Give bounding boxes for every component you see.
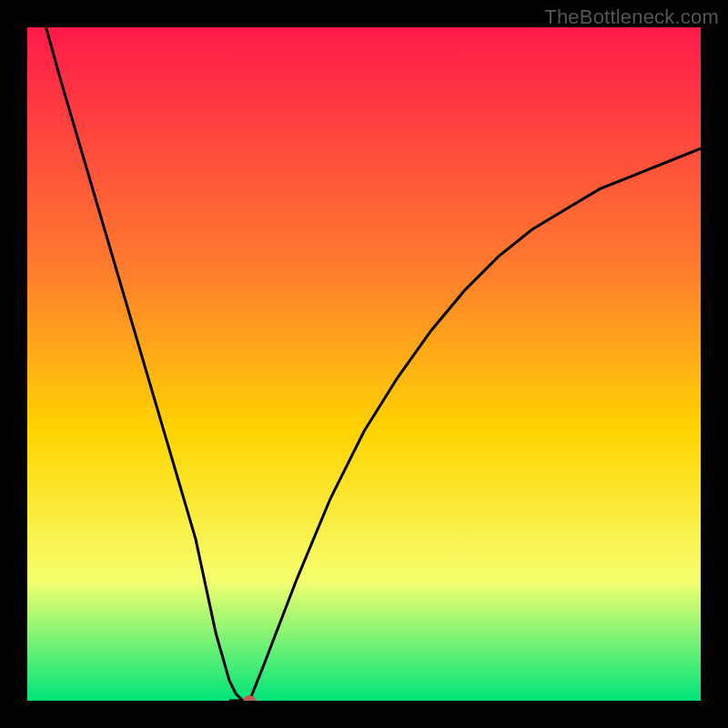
gradient-background <box>27 27 701 701</box>
bottleneck-chart <box>27 27 701 701</box>
chart-frame <box>27 27 701 701</box>
attribution-text: TheBottleneck.com <box>544 5 719 29</box>
